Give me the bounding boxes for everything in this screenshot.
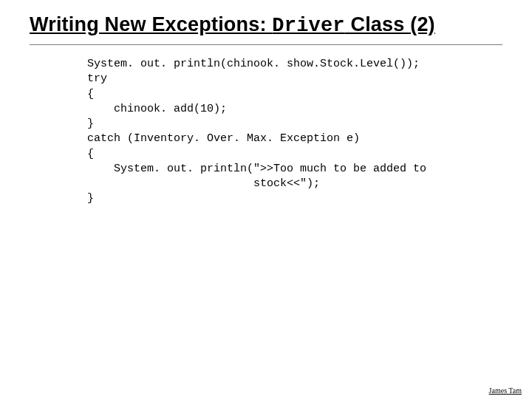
footer-author: James Tam (489, 386, 522, 395)
title-text-post: Class (2) (345, 13, 435, 35)
title-text-mono: Driver (272, 15, 344, 37)
slide-title: Writing New Exceptions: Driver Class (2) (30, 13, 502, 37)
code-block: System. out. println(chinook. show.Stock… (87, 57, 502, 207)
slide: Writing New Exceptions: Driver Class (2)… (0, 0, 532, 399)
title-text-pre: Writing New Exceptions: (30, 13, 272, 35)
title-divider (30, 44, 502, 45)
